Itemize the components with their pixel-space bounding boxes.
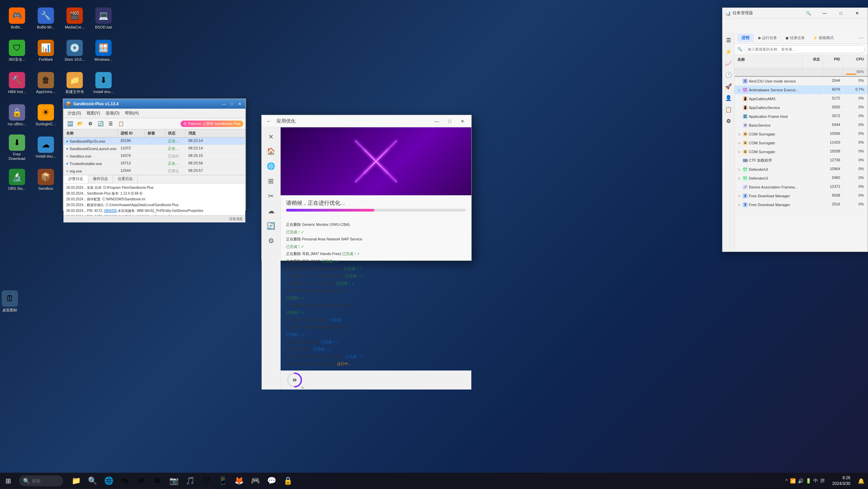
table-row[interactable]: ▷ 🛡 DefenderUI 10964 0% 5.3 MB 0 MB/秒 — [735, 165, 868, 174]
taskbar-app-music[interactable]: 🎵 — [183, 473, 197, 488]
ao-sidebar-refresh[interactable]: 🔄 — [265, 220, 277, 232]
desktop-icon-aida[interactable]: 🔬 OBS Stu... — [3, 165, 31, 195]
task-manager-close[interactable]: ✕ — [849, 8, 865, 18]
col-memory[interactable]: 内存 — [867, 55, 868, 68]
desktop-icon-dism[interactable]: 💿 Dism 10.0... — [61, 36, 88, 66]
table-row[interactable]: ▷ 🛡 Antimalware Service Execut... 6076 0… — [735, 86, 868, 94]
start-button[interactable]: ⊞ — [0, 473, 16, 489]
notification-bell[interactable]: 🔔 — [854, 473, 868, 489]
desktop-icon-appuninst[interactable]: 🗑 AppUnins... — [32, 68, 59, 98]
desktop-icon-folder[interactable]: 📁 新建文件夹 — [61, 68, 88, 98]
sb-menu-options[interactable]: 选项(O) — [103, 109, 122, 117]
taskbar-app-apps[interactable]: 📱 — [215, 473, 230, 488]
tm-sidebar-apphistory[interactable]: 🕐 — [723, 70, 734, 80]
sb-col-status[interactable]: 状态 — [165, 129, 186, 137]
desktop-icon-myubloc[interactable]: 🔒 my uBloc... — [3, 100, 31, 131]
sandboxie-maximize[interactable]: □ — [228, 100, 235, 108]
sb-tab-sanchalog[interactable]: 沙查日志 — [63, 175, 88, 183]
tm-sidebar-startup[interactable]: 🚀 — [723, 81, 734, 91]
table-row[interactable]: 📱 AppGalleryAMS 5172 0% 0.6 MB 0 MB/秒 — [735, 94, 868, 103]
tm-end-task-btn[interactable]: ⏹ 结束任务 — [782, 34, 808, 42]
desktop-icon-mediacre[interactable]: 🎬 MediaCre... — [61, 3, 88, 34]
table-row[interactable]: ▷ ⬇ Free Download Manager 6508 0% 3.7 MB… — [735, 192, 868, 200]
taskbar-clock[interactable]: 8:26 2024/3/30 — [828, 475, 854, 487]
table-row[interactable]: ⌨ CTF 加载程序 12736 0% 6.3 MB 0 MB/秒 — [735, 156, 868, 165]
tray-lang[interactable]: 中 — [813, 478, 818, 484]
sb-tab-oplog[interactable]: 操作日志 — [88, 175, 113, 183]
sb-col-label[interactable]: 标签 — [145, 129, 165, 137]
tray-ime[interactable]: 拼 — [820, 478, 825, 484]
sb-tool-settings[interactable]: ⚙ — [86, 119, 95, 128]
taskbar-app-store[interactable]: 🛍 — [117, 473, 132, 488]
sb-col-name[interactable]: 名称 — [63, 129, 118, 137]
sb-tab-poslog[interactable]: 位置日志 — [113, 175, 138, 183]
tab-process[interactable]: 进程 — [737, 34, 754, 42]
desktop-icon-sunlogin[interactable]: ☀ SunloginC... — [32, 100, 59, 131]
desktop-icon-install-dou[interactable]: ⬇ Install dou... — [90, 68, 117, 98]
sb-tool-refresh[interactable]: 🔄 — [96, 119, 105, 128]
taskbar-app-antivirus[interactable]: 🔒 — [280, 473, 295, 488]
desktop-icon-sandbox[interactable]: 📦 Sandbox — [32, 165, 59, 195]
table-row[interactable]: ▷ ⬇ Free Download Manager 2516 0% 0 MB 0… — [735, 200, 868, 209]
tm-more-btn[interactable]: ⋯ — [857, 34, 865, 42]
tm-perf-mode-btn[interactable]: ⚡ 效能模式 — [810, 34, 837, 42]
taskbar-app-camera[interactable]: 📷 — [166, 473, 181, 488]
col-pid[interactable]: PID — [823, 55, 843, 68]
sb-tool-open[interactable]: 📂 — [76, 119, 84, 128]
table-row[interactable]: ▷ 🖥 COM Surrogate 10936 0% 1.3 MB 0 MB/秒 — [735, 130, 868, 139]
desktop-icon-temp[interactable]: 🗓 桌面图标 — [0, 289, 20, 314]
sb-tool-layout[interactable]: ☰ — [106, 119, 115, 128]
desktop-icon-formark[interactable]: 📊 ForMark — [32, 36, 59, 66]
table-row[interactable]: A AimCOU User mode service 2044 0% 0.6 M… — [735, 77, 868, 86]
ao-sidebar-close[interactable]: ✕ — [266, 131, 277, 142]
taskbar-app-edge[interactable]: 🌐 — [101, 473, 116, 488]
ao-sidebar-globe[interactable]: 🌐 — [265, 160, 277, 172]
sb-tool-list[interactable]: 📋 — [116, 119, 125, 128]
taskbar-app-search[interactable]: 🔍 — [85, 473, 100, 488]
table-row[interactable]: ⚙ BasicService 5944 0% 6.6 MB 0 MB/秒 — [735, 121, 868, 130]
tray-expand[interactable]: ^ — [786, 478, 788, 484]
ao-sidebar-tools[interactable]: ✂ — [265, 190, 277, 202]
search-input[interactable] — [32, 478, 59, 484]
log-link-sbi8205-1[interactable]: SBI8205 — [104, 209, 117, 213]
sb-tool-new[interactable]: 🆕 — [65, 119, 74, 128]
ao-sidebar-grid[interactable]: ⊞ — [265, 175, 277, 187]
taskbar-search[interactable]: 🔍 — [19, 475, 63, 486]
table-row[interactable]: ● Sandbox.exe 19376 已运行 08:25:15 — [63, 152, 245, 160]
sb-patreon-link[interactable]: 在 Patreon 上赞助 Sandboxie-Plus — [181, 121, 243, 127]
table-row[interactable]: ● SandboxieRpcSs.exe 20196 正在运行 08:22:14 — [63, 138, 245, 145]
tm-search-input[interactable] — [744, 45, 865, 53]
tm-sidebar-services[interactable]: ⚙ — [723, 116, 734, 126]
table-row[interactable]: ▷ 🖥 COM Surrogate 11420 0% 0.4 MB 0 MB/秒 — [735, 139, 868, 147]
taskbar-app-mail[interactable]: ✉ — [134, 473, 149, 488]
sandboxie-minimize[interactable]: — — [220, 100, 228, 108]
ao-close[interactable]: ✕ — [456, 115, 469, 127]
tray-sound[interactable]: 🔊 — [798, 478, 804, 484]
desktop-icon-bobit[interactable]: 🎮 BoBit... — [3, 3, 31, 34]
col-status[interactable]: 状态 — [803, 55, 823, 68]
table-row[interactable]: 🖼 Application Frame Host 3572 0% 5.4 MB … — [735, 112, 868, 121]
ao-minimize[interactable]: — — [431, 115, 443, 127]
table-row[interactable]: 📱 AppGalleryService 5920 0% 0.3 MB 0 MB/… — [735, 103, 868, 112]
taskbar-app-shield[interactable]: 🛡 — [199, 473, 214, 488]
taskbar-app-discord[interactable]: 💬 — [264, 473, 279, 488]
desktop-icon-windows[interactable]: 🪟 Windows... — [90, 36, 117, 66]
desktop-icon-bsod[interactable]: 💻 BSOD.bat — [90, 3, 117, 34]
table-row[interactable]: ● SandboxieDcomLaunch.exe 11072 正在运行 08:… — [63, 145, 245, 152]
task-manager-search-btn[interactable]: 🔍 — [800, 8, 816, 18]
task-manager-maximize[interactable]: □ — [833, 8, 849, 18]
ao-back-button[interactable]: ← — [264, 116, 274, 126]
ao-sidebar-settings[interactable]: ⚙ — [265, 235, 277, 247]
sb-col-time[interactable]: 消息 — [186, 129, 245, 137]
ao-sidebar-cloud[interactable]: ☁ — [265, 205, 277, 217]
sb-col-pid[interactable]: 进程 ID — [118, 129, 145, 137]
desktop-icon-360[interactable]: 🛡 360安全... — [3, 36, 31, 66]
table-row[interactable]: 🔗 Device Association Framew... 12372 0% … — [735, 183, 868, 192]
tm-run-task-btn[interactable]: ▶ 运行任务 — [755, 34, 780, 42]
col-name[interactable]: 名称 — [735, 55, 803, 68]
desktop-icon-hibit[interactable]: 🔨 HiBit Inst... — [3, 68, 31, 98]
taskbar-app-steam[interactable]: 🎮 — [248, 473, 263, 488]
taskbar-app-files[interactable]: 📁 — [69, 473, 83, 488]
ao-sidebar-home[interactable]: 🏠 — [265, 145, 277, 157]
desktop-icon-bobit-wi[interactable]: 🔧 BoBit-Wi... — [32, 3, 59, 34]
